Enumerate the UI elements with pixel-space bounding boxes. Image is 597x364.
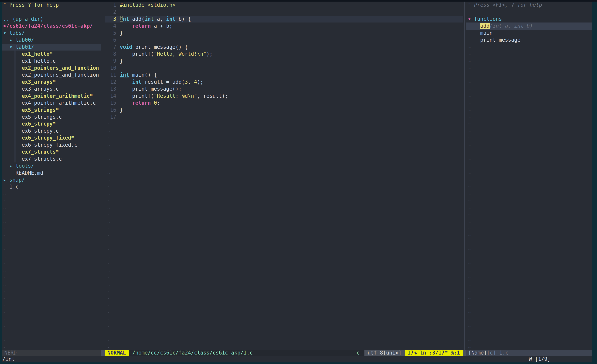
tilde-row: ~ xyxy=(2,204,101,211)
nerdtree-statusline: NERD xyxy=(2,350,101,356)
line-number: 12 xyxy=(105,78,116,85)
tree-row[interactable] xyxy=(2,8,101,15)
tilde-row: ~ xyxy=(466,337,592,344)
window-separator-left[interactable] xyxy=(101,2,105,356)
tilde-row: ~ xyxy=(466,197,592,204)
tree-row[interactable]: ex5_strings* xyxy=(2,107,101,114)
tree-row[interactable]: .. (up a dir) xyxy=(2,15,101,23)
tree-row[interactable]: ex6_strcpy_fixed.c xyxy=(2,141,101,148)
window-separator-right[interactable] xyxy=(463,2,466,356)
code-line[interactable]: 7void print_message() { xyxy=(105,44,463,51)
code-line[interactable]: 1#include <stdio.h> xyxy=(105,2,463,8)
tag-row[interactable] xyxy=(466,8,592,15)
tilde-row: ~ xyxy=(105,177,463,183)
tilde-row: ~ xyxy=(466,51,592,57)
tilde-row: ~ xyxy=(2,267,101,274)
tilde-row: ~ xyxy=(466,204,592,211)
tilde-row: ~ xyxy=(105,254,463,260)
tag-row[interactable]: print_message xyxy=(466,37,592,43)
tree-row[interactable]: ex6_strcpy* xyxy=(2,120,101,127)
code-line[interactable]: 15 return 0; xyxy=(105,100,463,106)
tree-row[interactable]: " Press ? for help xyxy=(2,2,101,8)
code-line[interactable]: 14 printf("Result: %d\n", result); xyxy=(105,93,463,100)
tilde-row: ~ xyxy=(105,295,463,302)
tilde-row: ~ xyxy=(105,274,463,281)
tree-row[interactable]: ▸ lab00/ xyxy=(2,37,101,43)
tilde-row: ~ xyxy=(466,141,592,148)
tilde-row: ~ xyxy=(105,170,463,177)
code-line[interactable]: 10 xyxy=(105,65,463,71)
tilde-row: ~ xyxy=(105,317,463,323)
code-line[interactable]: 13 print_message(); xyxy=(105,85,463,92)
tree-row[interactable]: ▸ tools/ xyxy=(2,163,101,169)
code-line[interactable]: 8 printf("Hello, World!\n"); xyxy=(105,51,463,57)
tilde-row: ~ xyxy=(105,260,463,267)
tilde-row: ~ xyxy=(105,309,463,316)
tag-row[interactable]: add(int a, int b) xyxy=(466,23,592,29)
tag-row[interactable]: " Press <F1>, ? for help xyxy=(466,2,592,8)
tilde-row: ~ xyxy=(466,225,592,232)
tree-row[interactable]: ex3_arrays* xyxy=(2,78,101,85)
tag-row[interactable]: ▾ functions xyxy=(466,15,592,23)
tilde-row: ~ xyxy=(466,288,592,295)
tilde-row: ~ xyxy=(466,211,592,218)
tree-row[interactable]: ex6_strcpy_fixed* xyxy=(2,134,101,141)
tilde-row: ~ xyxy=(105,225,463,232)
tilde-row: ~ xyxy=(2,295,101,302)
tilde-row: ~ xyxy=(466,107,592,114)
tree-row[interactable]: ex3_arrays.c xyxy=(2,85,101,92)
code-line[interactable]: 16} xyxy=(105,107,463,114)
tagbar-tag-list[interactable]: " Press <F1>, ? for help ▾ functions add… xyxy=(466,2,592,350)
tilde-row: ~ xyxy=(105,323,463,330)
nerdtree-statusline-label: NERD xyxy=(4,350,17,356)
mode-indicator: NORMAL xyxy=(105,350,129,356)
tree-row[interactable]: README.md xyxy=(2,170,101,177)
search-match-count: W [1/9] xyxy=(529,356,550,362)
tree-row[interactable]: ex2_pointers_and_function xyxy=(2,65,101,71)
code-line[interactable]: 3int add(int a, int b) { xyxy=(105,15,463,23)
tree-row[interactable]: ex4_pointer_arithmetic.c xyxy=(2,100,101,106)
tilde-row: ~ xyxy=(2,254,101,260)
tilde-row: ~ xyxy=(2,274,101,281)
code-line[interactable]: 12 int result = add(3, 4); xyxy=(105,78,463,85)
code-line[interactable]: 6 xyxy=(105,37,463,43)
tree-row[interactable]: ex5_strings.c xyxy=(2,114,101,120)
code-line[interactable]: 9} xyxy=(105,58,463,65)
command-line[interactable]: /int W [1/9] xyxy=(2,356,592,362)
tilde-row: ~ xyxy=(466,267,592,274)
tilde-row: ~ xyxy=(105,302,463,309)
tree-row[interactable]: ▾ lab01/ xyxy=(2,44,101,51)
cursor-block: i xyxy=(120,16,123,22)
tilde-row: ~ xyxy=(466,274,592,281)
tree-row[interactable]: ex7_structs* xyxy=(2,148,101,155)
tilde-row: ~ xyxy=(105,204,463,211)
tilde-row: ~ xyxy=(105,218,463,225)
tilde-row: ~ xyxy=(105,330,463,337)
tilde-row: ~ xyxy=(2,337,101,344)
tree-row[interactable]: ex1_hello* xyxy=(2,51,101,57)
tilde-row: ~ xyxy=(466,170,592,177)
tag-row[interactable]: main xyxy=(466,30,592,37)
code-buffer[interactable]: 1#include <stdio.h>23int add(int a, int … xyxy=(105,2,463,350)
tree-row[interactable]: </cs61c/fa24/class/cs61c-akp/ xyxy=(2,23,101,29)
code-line[interactable]: 17 xyxy=(105,114,463,120)
tilde-row: ~ xyxy=(466,128,592,134)
code-line[interactable]: 5} xyxy=(105,30,463,37)
tree-row[interactable]: ex7_structs.c xyxy=(2,155,101,163)
nerdtree-file-list[interactable]: " Press ? for help .. (up a dir)</cs61c/… xyxy=(2,2,101,350)
tree-row[interactable]: ex6_strcpy.c xyxy=(2,128,101,134)
code-line[interactable]: 2 xyxy=(105,8,463,15)
editor-statusline: NORMAL /home/cc/cs61c/fa24/class/cs61c-a… xyxy=(105,350,463,356)
tree-row[interactable]: ▾ labs/ xyxy=(2,30,101,37)
code-line[interactable]: 4 return a + b; xyxy=(105,23,463,29)
filetype-indicator: c xyxy=(357,350,360,356)
tilde-row: ~ xyxy=(2,281,101,288)
tree-row[interactable]: ex4_pointer_arithmetic* xyxy=(2,93,101,100)
tree-row[interactable]: 1.c xyxy=(2,183,101,190)
tree-row[interactable]: ex2_pointers_and_function xyxy=(2,71,101,78)
tilde-row: ~ xyxy=(466,254,592,260)
tree-row[interactable]: ▸ snap/ xyxy=(2,177,101,183)
code-line[interactable]: 11int main() { xyxy=(105,71,463,78)
tree-row[interactable]: ex1_hello.c xyxy=(2,58,101,65)
line-number: 17 xyxy=(105,114,116,120)
